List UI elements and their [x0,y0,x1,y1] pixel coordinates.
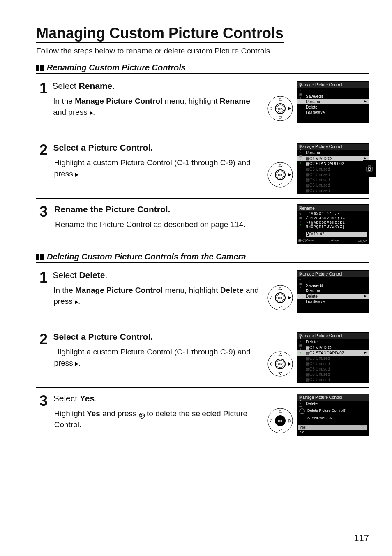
lcd-delete-list: ▶◘✎▦≡? Manage Picture Control Delete ▦C1… [297,332,369,383]
multi-selector-ok-icon: OK [267,408,293,434]
right-arrow-icon [90,111,93,115]
delete-step-2: 2 Select a Picture Control. Highlight a … [36,326,369,388]
svg-text:OK: OK [278,419,283,423]
svg-marker-36 [279,429,282,431]
lcd-rename-keyboard: ▶◘✎▦≡? Rename !"#$%&'()*+,-. /0123456789… [297,204,369,244]
step-number: 3 [39,394,53,408]
intro-text: Follow the steps below to rename or dele… [36,46,369,56]
warning-icon [299,408,305,414]
page-title: Managing Custom Picture Controls [36,25,284,43]
step-heading: Select Rename. [52,81,263,91]
svg-marker-20 [279,287,282,290]
lcd-delete-confirm: ▶◘✎▦≡ Manage Picture Control Delete Dele… [297,394,369,436]
step-heading: Select a Picture Control. [53,143,263,153]
svg-marker-28 [279,353,282,356]
svg-marker-37 [270,419,272,422]
svg-marker-6 [270,107,272,110]
step-number: 2 [39,143,53,158]
svg-marker-13 [279,183,282,185]
rename-step-1: 1 Select Rename. In the Manage Picture C… [36,75,369,137]
step-body: Highlight a custom Picture Control (C-1 … [53,158,263,179]
section-renaming-heading: Renaming Custom Picture Controls [36,63,369,74]
svg-marker-23 [288,296,291,299]
page-number: 117 [354,533,369,544]
svg-marker-29 [279,372,282,375]
section-deleting-heading: Deleting Custom Picture Controls from th… [36,252,369,263]
step-body: In the Manage Picture Control menu, high… [53,285,263,307]
svg-marker-31 [288,362,291,366]
svg-point-44 [368,168,371,171]
svg-marker-21 [279,306,282,308]
svg-text:OK: OK [278,173,283,177]
step-number: 3 [39,204,54,219]
svg-marker-30 [270,362,272,366]
rename-step-2: 2 Select a Picture Control. Highlight a … [36,137,369,199]
delete-step-3: 3 Select Yes. Highlight Yes and press OK… [36,388,369,449]
svg-marker-4 [279,98,282,100]
step-heading: Select Yes. [53,394,263,403]
step-heading: Select a Picture Control. [53,332,263,342]
lcd-manage-menu-rename: ▶◘✎▦≡? Manage Picture Control Save/edit … [297,81,369,123]
lcd-rename-list: ▶◘✎▦≡? Manage Picture Control Rename ▦C1… [297,143,369,194]
step-body: Highlight Yes and press OK to delete the… [53,408,263,430]
svg-marker-5 [279,117,282,119]
step-number: 2 [39,332,53,347]
side-tab-camera-icon [363,160,376,177]
section-marker-icon [36,65,44,71]
svg-marker-12 [279,164,282,167]
svg-point-45 [371,168,372,168]
right-arrow-icon [75,300,78,304]
right-arrow-icon [75,173,78,177]
right-arrow-icon [75,362,78,366]
svg-text:OK: OK [278,107,283,111]
multi-selector-ok-icon: OK [267,285,293,311]
svg-point-41 [302,412,302,413]
svg-marker-14 [270,173,272,176]
svg-text:OK: OK [278,296,283,300]
step-body: Rename the Picture Control as described … [54,219,293,230]
lcd-manage-menu-delete: ▶◘✎▦≡? Manage Picture Control Save/edit … [297,270,369,313]
ok-button-icon: OK [139,413,145,419]
svg-marker-35 [279,410,282,412]
step-heading: Rename the Picture Control. [54,204,293,214]
svg-marker-7 [288,107,291,110]
svg-marker-22 [270,296,272,299]
delete-step-1: 1 Select Delete. In the Manage Picture C… [36,264,369,326]
step-body: In the Manage Picture Control menu, high… [52,96,263,118]
svg-rect-43 [368,166,371,167]
section-marker-icon [36,254,44,260]
multi-selector-ok-icon: OK [267,162,293,188]
step-number: 1 [39,81,52,96]
svg-marker-38 [288,419,291,422]
step-number: 1 [39,270,53,285]
multi-selector-ok-icon: OK [267,351,293,377]
svg-text:OK: OK [278,362,283,366]
step-body: Highlight a custom Picture Control (C-1 … [53,347,263,368]
rename-step-3: 3 Rename the Picture Control. Rename the… [36,199,369,252]
svg-marker-15 [288,173,291,176]
multi-selector-ok-icon: OK [267,95,293,122]
step-heading: Select Delete. [53,270,263,280]
